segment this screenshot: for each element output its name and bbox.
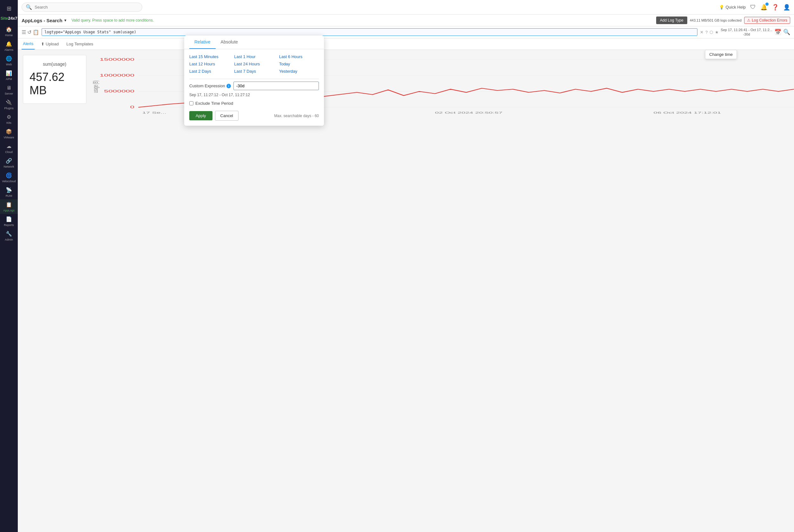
topnav-right: 💡 Quick Help 🛡 🔔 ❓ 👤 <box>719 4 790 11</box>
sidebar-item-apm[interactable]: 📊 APM <box>0 68 18 82</box>
sidebar-item-k8s[interactable]: ⚙ K8s <box>0 112 18 126</box>
log-collected-text: 443.11 MB/501 GB logs collected <box>690 18 742 22</box>
bell-icon-btn[interactable]: 🔔 <box>760 4 767 11</box>
list-icon[interactable]: ☰ <box>22 29 26 35</box>
range-24hours[interactable]: Last 24 Hours <box>234 61 274 66</box>
query-input[interactable] <box>42 28 698 36</box>
svg-text:10000000: 10000000 <box>100 74 134 77</box>
cancel-button[interactable]: Cancel <box>215 111 239 121</box>
page-title: AppLogs - Search ▼ <box>22 18 67 23</box>
sidebar-item-alarms[interactable]: 🔔 Alarms <box>0 39 18 53</box>
custom-expr-input[interactable] <box>234 81 319 90</box>
time-tab-absolute[interactable]: Absolute <box>216 38 243 49</box>
range-6hours[interactable]: Last 6 Hours <box>279 54 319 59</box>
sidebar-item-reports[interactable]: 📄 Reports <box>0 214 18 229</box>
grid-menu-icon[interactable]: ⊞ <box>4 2 14 15</box>
applogs-icon: 📋 <box>5 201 12 208</box>
range-7days[interactable]: Last 7 Days <box>234 69 274 74</box>
tabs-row: Alerts ⬆ Upload Log Templates <box>18 38 794 50</box>
tab-log-templates[interactable]: Log Templates <box>65 38 94 50</box>
tab-upload[interactable]: ⬆ Upload <box>40 38 60 50</box>
range-1hour[interactable]: Last 1 Hour <box>234 54 274 59</box>
search-execute-icon[interactable]: 🔍 <box>783 28 790 36</box>
quick-help-link[interactable]: 💡 Quick Help <box>719 5 746 10</box>
range-today[interactable]: Today <box>279 61 319 66</box>
log-collection-errors-button[interactable]: ⚠ Log Collection Errors <box>744 17 790 24</box>
sidebar-item-network[interactable]: 🔗 Network <box>0 155 18 170</box>
sidebar-item-admin[interactable]: 🔧 Admin <box>0 229 18 243</box>
toolbar: AppLogs - Search ▼ Valid query. Press sp… <box>18 15 794 26</box>
sidebar-item-plugins[interactable]: 🔌 Plugins <box>0 97 18 112</box>
upload-icon: ⬆ <box>41 42 44 46</box>
dropdown-arrow-icon[interactable]: ▼ <box>63 18 67 22</box>
help-icon-btn[interactable]: ❓ <box>772 4 779 11</box>
clear-query-icon[interactable]: ✕ <box>700 30 703 35</box>
tab-alerts[interactable]: Alerts <box>22 38 35 50</box>
sidebar-item-web[interactable]: 🌐 Web <box>0 53 18 68</box>
sidebar-item-rum[interactable]: 📡 RUM <box>0 185 18 200</box>
plugins-icon: 🔌 <box>5 99 12 106</box>
sidebar-label-vmware: VMware <box>3 136 14 139</box>
metric-label: sum(usage) <box>43 61 67 66</box>
exclude-time-checkbox[interactable] <box>189 101 193 106</box>
add-log-type-button[interactable]: Add Log Type <box>656 17 687 24</box>
divider <box>189 79 319 79</box>
range-15min[interactable]: Last 15 Minutes <box>189 54 229 59</box>
sidebar-item-vmware[interactable]: 📦 VMware <box>0 126 18 141</box>
sidebar-item-home[interactable]: 🏠 Home <box>0 24 18 39</box>
change-time-tooltip: Change time <box>705 50 737 59</box>
apm-icon: 📊 <box>5 70 12 77</box>
veloccloud-icon: 🌀 <box>5 172 12 179</box>
favorite-icon[interactable]: ★ <box>715 30 719 35</box>
range-2days[interactable]: Last 2 Days <box>189 69 229 74</box>
range-12hours[interactable]: Last 12 Hours <box>189 61 229 66</box>
rum-icon: 📡 <box>5 187 12 194</box>
svg-text:17 Se...: 17 Se... <box>142 111 166 114</box>
custom-expr-info-icon[interactable]: i <box>226 84 231 88</box>
sidebar-label-k8s: K8s <box>6 121 12 125</box>
calendar-icon-btn[interactable]: 📅 <box>774 28 781 36</box>
warning-icon: ⚠ <box>747 18 751 22</box>
tab-alerts-label: Alerts <box>23 41 33 46</box>
copy-icon[interactable]: 📋 <box>33 29 39 35</box>
range-yesterday[interactable]: Yesterday <box>279 69 319 74</box>
reports-icon: 📄 <box>5 216 12 223</box>
sidebar-label-alarms: Alarms <box>4 48 13 52</box>
search-icon: 🔍 <box>26 4 32 10</box>
sidebar-item-server[interactable]: 🖥 Server <box>0 82 18 97</box>
metric-value: 457.62 MB <box>30 71 80 97</box>
exclude-time-row: Exclude Time Period <box>189 101 319 106</box>
help-query-icon[interactable]: ? <box>705 30 708 35</box>
sidebar-item-cloud[interactable]: ☁ Cloud <box>0 141 18 155</box>
sidebar-label-cloud: Cloud <box>5 150 13 154</box>
sidebar-item-veloccloud[interactable]: 🌀 Veloccloud <box>0 170 18 185</box>
time-picker-body: Last 15 Minutes Last 1 Hour Last 6 Hours… <box>184 49 324 126</box>
user-avatar[interactable]: 👤 <box>783 4 790 11</box>
logo-site: Site <box>1 16 8 21</box>
sidebar-label-network: Network <box>3 165 14 168</box>
svg-text:0: 0 <box>130 106 135 109</box>
querybar-right: ✕ ? ⬡ ★ Sep 17, 11:26:41 - Oct 17, 11:2.… <box>700 27 790 37</box>
svg-text:02 Oct 2024 20:50:57: 02 Oct 2024 20:50:57 <box>435 111 502 114</box>
date-range-display: Sep 17, 11:27:12 - Oct 17, 11:27:12 <box>189 93 319 97</box>
svg-text:15000000: 15000000 <box>100 58 134 61</box>
search-input[interactable] <box>35 5 138 10</box>
svg-text:usage (B): usage (B) <box>91 80 99 93</box>
home-icon: 🏠 <box>5 26 12 33</box>
time-range-line2: -30d <box>721 32 772 37</box>
sidebar-label-reports: Reports <box>4 224 14 227</box>
time-picker-tabs: Relative Absolute <box>184 38 324 49</box>
querybar-left-icons: ☰ ↺ 📋 <box>22 29 39 35</box>
sidebar-item-applogs[interactable]: 📋 AppLogs <box>0 200 18 214</box>
refresh-icon[interactable]: ↺ <box>27 29 32 35</box>
content-area: Alerts ⬆ Upload Log Templates sum(usage)… <box>18 38 794 532</box>
k8s-icon: ⚙ <box>5 114 12 121</box>
exclude-time-label: Exclude Time Period <box>195 101 233 106</box>
sidebar-label-applogs: AppLogs <box>3 209 15 212</box>
apply-button[interactable]: Apply <box>189 111 213 120</box>
time-tab-relative[interactable]: Relative <box>189 38 216 49</box>
share-icon[interactable]: ⬡ <box>709 30 713 35</box>
search-bar[interactable]: 🔍 <box>22 2 142 12</box>
time-tab-absolute-label: Absolute <box>221 39 238 44</box>
shield-icon-btn[interactable]: 🛡 <box>750 4 756 11</box>
